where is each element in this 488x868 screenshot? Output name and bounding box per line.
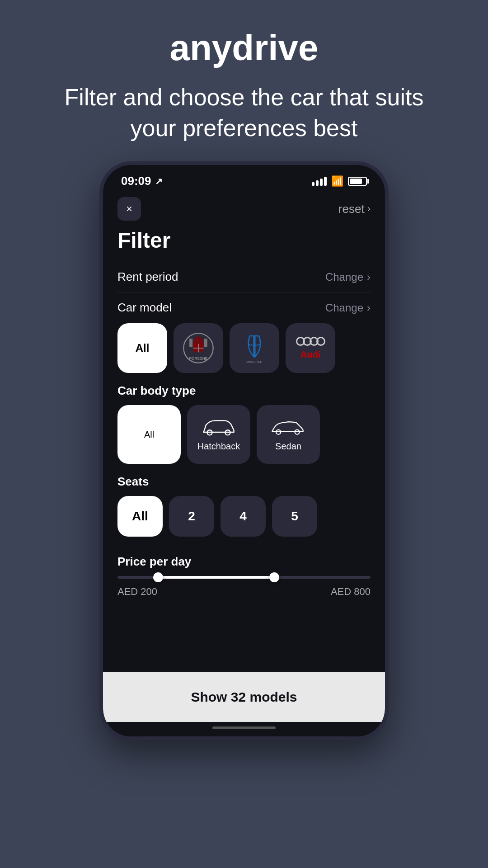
price-section: Price per day AED 200 AED 800 <box>117 546 371 598</box>
body-type-hatchback-button[interactable]: Hatchback <box>187 405 250 464</box>
brand-maserati-button[interactable]: MASERATI <box>230 323 279 373</box>
maserati-logo-icon: MASERATI <box>239 332 270 364</box>
body-type-section-title: Car body type <box>117 384 371 398</box>
rent-period-row[interactable]: Rent period Change › <box>117 262 371 292</box>
svg-rect-5 <box>189 339 192 347</box>
price-slider[interactable] <box>117 576 371 579</box>
price-max-thumb[interactable] <box>269 572 279 582</box>
rent-period-chevron-icon: › <box>367 271 371 283</box>
hatchback-icon <box>201 418 237 438</box>
seats-5-button[interactable]: 5 <box>272 496 317 537</box>
body-type-all-button[interactable]: All <box>117 405 181 464</box>
reset-chevron-icon: › <box>367 203 371 215</box>
rent-period-label: Rent period <box>117 270 178 284</box>
car-model-row[interactable]: Car model Change › <box>117 292 371 323</box>
price-section-title: Price per day <box>117 555 371 569</box>
svg-text:PORSCHE: PORSCHE <box>189 357 208 361</box>
seats-all-button[interactable]: All <box>117 496 163 537</box>
status-time: 09:09 ↗ <box>121 174 163 188</box>
app-title: anydrive <box>169 27 318 69</box>
car-model-chevron-icon: › <box>367 302 371 314</box>
phone-shell: 09:09 ↗ 📶 <box>99 161 389 740</box>
home-indicator <box>103 722 385 736</box>
battery-icon <box>348 177 367 186</box>
phone-screen: 09:09 ↗ 📶 <box>103 165 385 736</box>
seats-2-button[interactable]: 2 <box>169 496 214 537</box>
filter-title: Filter <box>117 228 371 253</box>
svg-text:MASERATI: MASERATI <box>246 360 262 363</box>
seats-4-button[interactable]: 4 <box>221 496 266 537</box>
audi-logo-icon: Audi <box>295 332 326 364</box>
sedan-icon <box>270 418 306 438</box>
svg-rect-6 <box>204 339 207 347</box>
price-slider-fill <box>158 576 275 579</box>
reset-button[interactable]: reset › <box>338 202 371 216</box>
wifi-icon: 📶 <box>331 175 343 187</box>
show-models-label: Show 32 models <box>191 689 297 705</box>
brand-audi-button[interactable]: Audi <box>286 323 335 373</box>
home-bar <box>212 726 276 729</box>
seats-row: All 2 4 5 <box>117 496 371 537</box>
status-bar: 09:09 ↗ 📶 <box>103 165 385 193</box>
brand-porsche-button[interactable]: PORSCHE <box>174 323 223 373</box>
phone-mockup: 09:09 ↗ 📶 <box>99 161 389 740</box>
location-icon: ↗ <box>155 176 163 187</box>
filter-topbar: × reset › <box>117 197 371 221</box>
porsche-logo-icon: PORSCHE <box>183 332 214 364</box>
signal-icon <box>312 177 327 186</box>
close-button[interactable]: × <box>117 197 141 221</box>
body-type-sedan-button[interactable]: Sedan <box>257 405 320 464</box>
brands-row: All <box>117 323 371 373</box>
price-max-label: AED 800 <box>331 586 371 598</box>
seats-section-title: Seats <box>117 475 371 489</box>
price-min-label: AED 200 <box>117 586 157 598</box>
rent-period-action[interactable]: Change › <box>325 271 371 283</box>
price-labels: AED 200 AED 800 <box>117 586 371 598</box>
filter-content: × reset › Filter Rent period Change › <box>103 193 385 665</box>
car-model-action[interactable]: Change › <box>325 302 371 314</box>
brand-all-button[interactable]: All <box>117 323 167 373</box>
car-model-label: Car model <box>117 301 172 315</box>
app-subtitle: Filter and choose the car that suits you… <box>41 82 447 143</box>
status-icons: 📶 <box>312 175 367 187</box>
top-section: anydrive Filter and choose the car that … <box>0 0 488 161</box>
body-types-row: All Hatchback <box>117 405 371 464</box>
price-min-thumb[interactable] <box>153 572 163 582</box>
show-models-button[interactable]: Show 32 models <box>103 672 385 722</box>
